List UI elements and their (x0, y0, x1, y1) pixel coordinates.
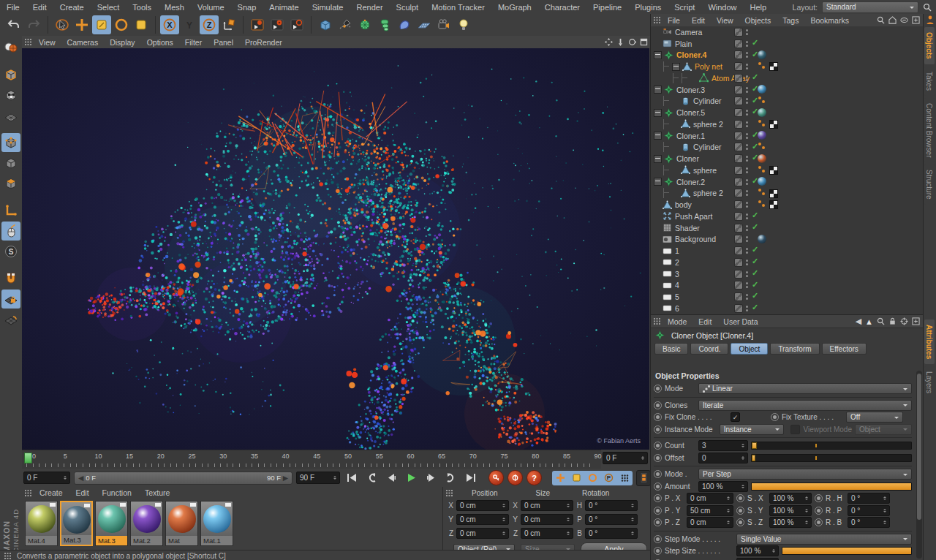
keyframe-circle-icon[interactable] (654, 470, 662, 478)
search-icon[interactable] (877, 16, 885, 24)
spinner-icon[interactable] (500, 530, 505, 537)
enable-snap-button[interactable] (1, 269, 20, 288)
menu-window[interactable]: Window (701, 3, 743, 12)
object-name[interactable]: Cloner.3 (676, 86, 705, 94)
menu-texture[interactable]: Texture (138, 488, 176, 497)
record-keyframe-button[interactable] (488, 470, 504, 485)
spinner-icon[interactable] (739, 442, 744, 449)
layer-toggle[interactable] (734, 166, 743, 175)
expand-toggle-icon[interactable] (654, 178, 662, 186)
add-deformer-button[interactable] (375, 15, 394, 34)
layer-toggle[interactable] (734, 304, 743, 313)
material-mat-2-3[interactable]: Mat.2 (130, 501, 163, 546)
menu-file[interactable]: File (662, 16, 686, 25)
view-orbit-icon[interactable] (628, 38, 636, 46)
spinner-icon[interactable] (803, 519, 808, 526)
visibility-dots-toggle[interactable] (746, 40, 749, 48)
visibility-dots-toggle[interactable] (746, 178, 749, 186)
snap-settings-button[interactable]: S (1, 242, 20, 261)
last-tool[interactable] (132, 15, 151, 34)
add-camera-button[interactable] (434, 15, 453, 34)
object-name[interactable]: Poly net (695, 62, 722, 71)
visibility-dots-toggle[interactable] (746, 143, 749, 151)
menu-view[interactable]: View (33, 38, 61, 47)
keyframe-circle-icon[interactable] (654, 442, 662, 450)
add-panel-icon[interactable] (912, 16, 920, 24)
tab-coord[interactable]: Coord. (690, 343, 728, 355)
spinner-icon[interactable] (725, 519, 730, 526)
fix-texture-dropdown[interactable]: Off (846, 412, 903, 423)
transform-field[interactable]: 0 cm (687, 517, 733, 528)
spinner-icon[interactable] (565, 516, 570, 523)
timeline-ruler[interactable]: 051015202530354045505560657075808590 (22, 450, 601, 469)
redo-button[interactable] (24, 15, 43, 34)
keyframe-selection-button[interactable]: ? (526, 470, 542, 485)
layer-toggle[interactable] (734, 86, 743, 94)
menu-script[interactable]: Script (668, 3, 701, 12)
visibility-dots-toggle[interactable] (746, 121, 749, 128)
visibility-dots-toggle[interactable] (746, 155, 749, 162)
object-name[interactable]: Background (675, 235, 716, 243)
enabled-check-icon[interactable]: ✓ (752, 280, 758, 290)
layer-toggle[interactable] (734, 39, 743, 48)
keyframe-circle-icon[interactable] (654, 494, 662, 502)
spinner-icon[interactable] (725, 495, 730, 502)
spinner-icon[interactable] (61, 474, 67, 481)
keyframe-circle-icon[interactable] (771, 413, 779, 421)
keyframe-circle-icon[interactable] (654, 507, 662, 515)
add-light-button[interactable] (454, 15, 473, 34)
keyframe-circle-icon[interactable] (654, 518, 662, 526)
workplane-mode-button[interactable] (1, 106, 20, 125)
tab-transform[interactable]: Transform (770, 343, 819, 355)
visibility-dots-toggle[interactable] (746, 109, 749, 116)
menu-bookmarks[interactable]: Bookmarks (804, 16, 855, 25)
visibility-dots-toggle[interactable] (746, 305, 749, 312)
tag-dots-icon[interactable] (758, 143, 767, 151)
scale-tool[interactable] (92, 15, 111, 34)
visibility-dots-toggle[interactable] (746, 97, 749, 105)
range-end-field[interactable]: 90 F (296, 472, 340, 484)
coordinate-field[interactable]: 0 ° (585, 500, 638, 511)
enabled-check-icon[interactable]: ✓ (752, 38, 758, 48)
menu-pipeline[interactable]: Pipeline (586, 3, 628, 12)
timeline-range-slider[interactable]: ◀0 F 90 F ▶ (74, 472, 292, 485)
layer-toggle[interactable] (734, 108, 743, 117)
timeline-playhead[interactable] (24, 453, 32, 463)
expand-toggle-icon[interactable] (654, 51, 662, 59)
visibility-dots-toggle[interactable] (746, 63, 749, 70)
render-view-button[interactable] (248, 15, 267, 34)
spinner-icon[interactable] (629, 516, 634, 523)
object-name[interactable]: Plain (675, 39, 692, 48)
clones-dropdown[interactable]: Iterate (698, 400, 912, 411)
goto-end-button[interactable] (462, 471, 478, 485)
step-mode-dropdown[interactable]: Single Value (736, 534, 912, 545)
menu-tools[interactable]: Tools (126, 3, 158, 12)
menu-simulate[interactable]: Simulate (306, 3, 350, 12)
visibility-dots-toggle[interactable] (746, 281, 749, 289)
object-name[interactable]: Atom Array (712, 74, 750, 83)
panel-tab-layers[interactable]: Layers (924, 366, 935, 398)
menu-motion-tracker[interactable]: Motion Tracker (425, 3, 491, 12)
object-name[interactable]: Push Apart (675, 212, 712, 221)
object-row-cylinder-10[interactable]: Cylinder✓ (651, 142, 924, 154)
visibility-dots-toggle[interactable] (746, 259, 749, 266)
layer-toggle[interactable] (734, 200, 743, 209)
menu-sculpt[interactable]: Sculpt (390, 3, 426, 12)
panel-tab-objects[interactable]: Objects (924, 27, 935, 64)
step-size-slider[interactable] (782, 547, 912, 555)
range-start-field[interactable]: 0 F (23, 472, 70, 484)
goto-start-button[interactable] (344, 471, 360, 485)
layer-toggle[interactable] (734, 292, 743, 301)
texture-tag-icon[interactable] (769, 200, 778, 209)
add-floor-button[interactable] (415, 15, 434, 34)
instance-mode-dropdown[interactable]: Instance (720, 424, 784, 435)
material-mat-1-5[interactable]: Mat.1 (200, 501, 233, 546)
layer-toggle[interactable] (734, 235, 743, 243)
menu-edit[interactable]: Edit (686, 16, 711, 25)
enabled-check-icon[interactable]: ✓ (752, 291, 758, 300)
menu-render[interactable]: Render (350, 3, 389, 12)
layer-toggle[interactable] (734, 97, 743, 105)
add-panel-icon[interactable] (912, 317, 920, 325)
layer-toggle[interactable] (734, 50, 743, 59)
keyframe-circle-icon[interactable] (736, 507, 744, 515)
